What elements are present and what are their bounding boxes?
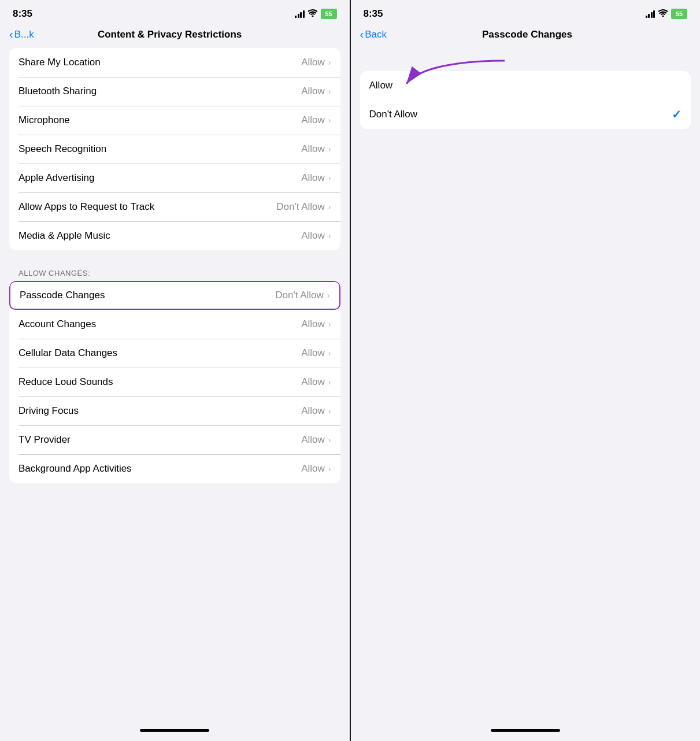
cellular-data-changes-chevron: › — [328, 349, 331, 358]
reduce-loud-sounds-chevron: › — [328, 377, 331, 387]
speech-recognition-row[interactable]: Speech Recognition Allow › — [9, 135, 340, 164]
share-my-location-value-row: Allow › — [301, 57, 331, 68]
left-nav-bar: ‹ B...k Content & Privacy Restrictions — [0, 24, 350, 48]
apple-advertising-value: Allow — [301, 172, 325, 184]
apple-advertising-label: Apple Advertising — [18, 172, 94, 184]
account-changes-row[interactable]: Account Changes Allow › — [9, 310, 340, 339]
bluetooth-sharing-chevron: › — [328, 87, 331, 96]
cellular-data-changes-label: Cellular Data Changes — [18, 347, 117, 359]
dont-allow-option-label: Don't Allow — [369, 109, 418, 120]
passcode-changes-chevron: › — [327, 291, 330, 300]
passcode-changes-label: Passcode Changes — [20, 290, 105, 301]
background-app-activities-row[interactable]: Background App Activities Allow › — [9, 454, 340, 483]
cellular-data-changes-value: Allow — [301, 347, 325, 359]
driving-focus-value-row: Allow › — [301, 405, 331, 417]
driving-focus-row[interactable]: Driving Focus Allow › — [9, 397, 340, 425]
reduce-loud-sounds-label: Reduce Loud Sounds — [18, 376, 113, 388]
allow-apps-to-track-value: Don't Allow — [276, 201, 325, 213]
left-status-time: 8:35 — [13, 8, 32, 20]
speech-recognition-chevron: › — [328, 145, 331, 154]
account-changes-value-row: Allow › — [301, 318, 331, 330]
checkmark-icon: ✓ — [672, 108, 682, 121]
passcode-changes-row[interactable]: Passcode Changes Don't Allow › — [9, 281, 340, 310]
background-app-activities-chevron: › — [328, 464, 331, 473]
right-content: Allow Don't Allow ✓ — [351, 48, 701, 724]
media-apple-music-value: Allow — [301, 230, 325, 242]
background-app-activities-value-row: Allow › — [301, 463, 331, 475]
tv-provider-label: TV Provider — [18, 434, 71, 446]
left-phone-panel: 8:35 55 ‹ B...k Content & Privacy Restri… — [0, 0, 351, 741]
signal-bars-icon — [295, 10, 305, 18]
allow-apps-to-track-row[interactable]: Allow Apps to Request to Track Don't All… — [9, 192, 340, 221]
share-my-location-value: Allow — [301, 57, 325, 68]
dont-allow-option-row[interactable]: Don't Allow ✓ — [360, 100, 691, 129]
left-status-bar: 8:35 55 — [0, 0, 350, 24]
reduce-loud-sounds-row[interactable]: Reduce Loud Sounds Allow › — [9, 368, 340, 397]
speech-recognition-label: Speech Recognition — [18, 143, 106, 155]
tv-provider-row[interactable]: TV Provider Allow › — [9, 425, 340, 454]
apple-advertising-value-row: Allow › — [301, 172, 331, 184]
share-my-location-row[interactable]: Share My Location Allow › — [9, 48, 340, 77]
bluetooth-sharing-row[interactable]: Bluetooth Sharing Allow › — [9, 77, 340, 106]
share-my-location-chevron: › — [328, 58, 331, 67]
left-status-icons: 55 — [295, 9, 337, 19]
allow-apps-to-track-value-row: Don't Allow › — [276, 201, 331, 213]
media-apple-music-chevron: › — [328, 231, 331, 240]
background-app-activities-value: Allow — [301, 463, 325, 475]
passcode-changes-value: Don't Allow — [275, 290, 324, 301]
cellular-data-changes-value-row: Allow › — [301, 347, 331, 359]
speech-recognition-value-row: Allow › — [301, 143, 331, 155]
driving-focus-chevron: › — [328, 406, 331, 416]
left-content: Share My Location Allow › Bluetooth Shar… — [0, 48, 350, 724]
left-nav-title: Content & Privacy Restrictions — [0, 29, 340, 40]
right-status-icons: 55 — [646, 9, 688, 19]
right-status-bar: 8:35 55 — [351, 0, 701, 24]
passcode-options-wrapper: Allow Don't Allow ✓ — [360, 71, 691, 129]
tv-provider-chevron: › — [328, 435, 331, 444]
media-apple-music-label: Media & Apple Music — [18, 230, 110, 242]
driving-focus-label: Driving Focus — [18, 405, 79, 417]
battery-icon: 55 — [321, 9, 337, 19]
bluetooth-sharing-value-row: Allow › — [301, 86, 331, 97]
driving-focus-value: Allow — [301, 405, 325, 417]
right-nav-title: Passcode Changes — [364, 29, 691, 40]
reduce-loud-sounds-value-row: Allow › — [301, 376, 331, 388]
media-apple-music-row[interactable]: Media & Apple Music Allow › — [9, 221, 340, 250]
bluetooth-sharing-value: Allow — [301, 86, 325, 97]
tv-provider-value: Allow — [301, 434, 325, 446]
allow-apps-to-track-chevron: › — [328, 202, 331, 212]
wifi-icon — [308, 9, 317, 18]
microphone-label: Microphone — [18, 114, 70, 126]
cellular-data-changes-row[interactable]: Cellular Data Changes Allow › — [9, 339, 340, 368]
purple-arrow-icon — [389, 55, 516, 90]
speech-recognition-value: Allow — [301, 143, 325, 155]
bluetooth-sharing-label: Bluetooth Sharing — [18, 86, 97, 97]
right-phone-panel: 8:35 55 ‹ Back Passcode Changes — [351, 0, 701, 741]
passcode-changes-value-row: Don't Allow › — [275, 290, 329, 301]
right-home-bar — [491, 729, 560, 732]
right-status-time: 8:35 — [364, 8, 383, 20]
allow-apps-to-track-label: Allow Apps to Request to Track — [18, 201, 154, 213]
account-changes-label: Account Changes — [18, 318, 96, 330]
right-battery-icon: 55 — [671, 9, 687, 19]
right-home-indicator — [351, 724, 701, 741]
background-app-activities-label: Background App Activities — [18, 463, 132, 475]
account-changes-value: Allow — [301, 318, 325, 330]
reduce-loud-sounds-value: Allow — [301, 376, 325, 388]
apple-advertising-row[interactable]: Apple Advertising Allow › — [9, 164, 340, 192]
allow-changes-section-label: ALLOW CHANGES: — [9, 262, 340, 281]
top-settings-card: Share My Location Allow › Bluetooth Shar… — [9, 48, 340, 250]
right-nav-bar: ‹ Back Passcode Changes — [351, 24, 701, 48]
account-changes-chevron: › — [328, 320, 331, 329]
changes-settings-card: Passcode Changes Don't Allow › Account C… — [9, 281, 340, 483]
share-my-location-label: Share My Location — [18, 57, 101, 68]
media-apple-music-value-row: Allow › — [301, 230, 331, 242]
right-signal-bars-icon — [646, 10, 655, 18]
left-home-indicator — [0, 724, 350, 741]
microphone-value-row: Allow › — [301, 114, 331, 126]
apple-advertising-chevron: › — [328, 173, 331, 183]
microphone-row[interactable]: Microphone Allow › — [9, 106, 340, 135]
microphone-value: Allow — [301, 114, 325, 126]
tv-provider-value-row: Allow › — [301, 434, 331, 446]
microphone-chevron: › — [328, 116, 331, 125]
